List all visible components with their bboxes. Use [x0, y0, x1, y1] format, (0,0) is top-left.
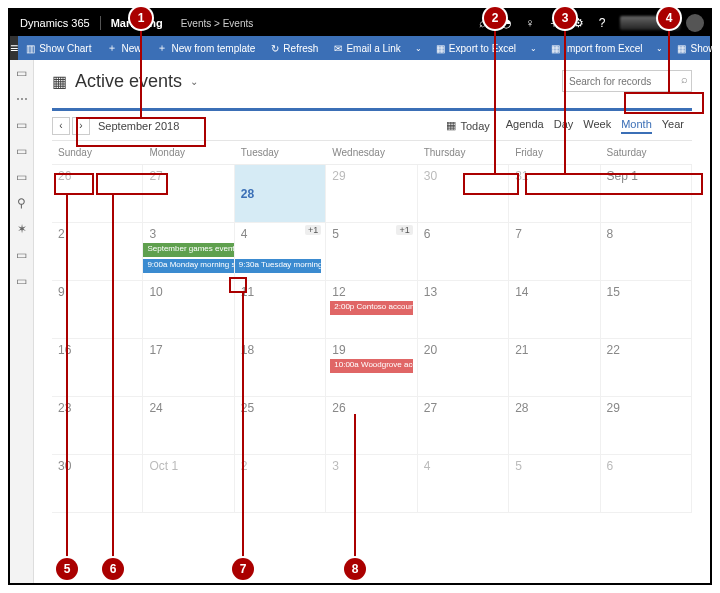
- rail-item-icon[interactable]: ▭: [16, 144, 27, 158]
- sitemap-toggle[interactable]: ≡: [10, 36, 18, 60]
- crumb-leaf[interactable]: Events: [223, 18, 254, 29]
- day-cell[interactable]: 14: [509, 281, 600, 339]
- rail-item-icon[interactable]: ▭: [16, 248, 27, 262]
- show-chart-button[interactable]: ▥Show Chart: [18, 36, 99, 60]
- calendar-icon: ▦: [52, 72, 67, 91]
- more-indicator[interactable]: +1: [396, 225, 412, 235]
- day-cell[interactable]: 31: [509, 165, 600, 223]
- avatar[interactable]: [686, 14, 704, 32]
- day-cell[interactable]: 10: [143, 281, 234, 339]
- chevron-down-icon[interactable]: ⌄: [650, 44, 669, 53]
- day-cell[interactable]: 6: [418, 223, 509, 281]
- prev-button[interactable]: ‹: [52, 117, 70, 135]
- help-icon[interactable]: ?: [590, 16, 614, 30]
- day-cell[interactable]: 21: [509, 339, 600, 397]
- annotation-line: [242, 293, 244, 559]
- event-bar[interactable]: 2:00p Contoso account revi…: [330, 301, 412, 315]
- day-cell[interactable]: 28: [509, 397, 600, 455]
- day-cell[interactable]: 7: [509, 223, 600, 281]
- rail-item-icon[interactable]: ▭: [16, 274, 27, 288]
- assistant-icon[interactable]: ♀: [518, 16, 542, 30]
- rail-more-icon[interactable]: ⋯: [16, 92, 28, 106]
- view-year[interactable]: Year: [662, 118, 684, 134]
- day-cell[interactable]: 24: [143, 397, 234, 455]
- day-cell[interactable]: 29: [326, 165, 417, 223]
- calendar: ‹ › September 2018 ▦Today Agenda Day Wee…: [52, 108, 692, 513]
- dayhead-wed: Wednesday: [326, 141, 417, 164]
- rail-recent-icon[interactable]: ▭: [16, 66, 27, 80]
- current-period-label[interactable]: September 2018: [98, 120, 179, 132]
- chevron-down-icon[interactable]: ⌄: [409, 44, 428, 53]
- view-selector[interactable]: ▦ Active events ⌄: [52, 71, 198, 92]
- day-cell[interactable]: 2: [235, 455, 326, 513]
- day-cell[interactable]: 11: [235, 281, 326, 339]
- day-cell[interactable]: 12 2:00p Contoso account revi…: [326, 281, 417, 339]
- day-cell[interactable]: 4+1 9:30a Tuesday morning ses…: [235, 223, 326, 281]
- event-bar[interactable]: 9:00a Monday morning ses…: [143, 259, 234, 273]
- chevron-down-icon: ⌄: [190, 76, 198, 87]
- day-cell[interactable]: 4: [418, 455, 509, 513]
- annotation-badge: 1: [130, 7, 152, 29]
- command-bar: ≡ ▥Show Chart ＋New ＋New from template ↻R…: [10, 36, 710, 60]
- day-cell[interactable]: 3 September games event 9:00a Monday mor…: [143, 223, 234, 281]
- search-input[interactable]: [562, 70, 692, 92]
- grid-icon: ▦: [677, 43, 686, 54]
- breadcrumb[interactable]: Events > Events: [173, 18, 262, 29]
- import-excel-button[interactable]: ▦Import from Excel: [543, 36, 650, 60]
- show-as-button[interactable]: ▦Show As⌄: [669, 36, 720, 60]
- rail-item-icon[interactable]: ✶: [17, 222, 27, 236]
- event-bar[interactable]: 9:30a Tuesday morning ses…: [235, 259, 321, 273]
- day-cell[interactable]: 5+1: [326, 223, 417, 281]
- annotation-line: [668, 28, 670, 94]
- rail-item-icon[interactable]: ▭: [16, 170, 27, 184]
- crumb-sep: >: [214, 18, 220, 29]
- today-button[interactable]: ▦Today: [438, 119, 497, 132]
- email-link-button[interactable]: ✉Email a Link: [326, 36, 408, 60]
- event-bar[interactable]: 10:00a Woodgrove account …: [330, 359, 412, 373]
- calendar-toolbar: ‹ › September 2018 ▦Today Agenda Day Wee…: [52, 111, 692, 141]
- month-grid: 26 27 28 29 30 31 Sep 1 2 3 September ga…: [52, 165, 692, 513]
- day-cell[interactable]: 17: [143, 339, 234, 397]
- view-title: Active events: [75, 71, 182, 92]
- day-cell[interactable]: 27: [143, 165, 234, 223]
- product-brand[interactable]: Dynamics 365: [10, 17, 100, 29]
- day-cell[interactable]: 29: [601, 397, 692, 455]
- view-agenda[interactable]: Agenda: [506, 118, 544, 134]
- new-from-template-button[interactable]: ＋New from template: [149, 36, 263, 60]
- day-cell[interactable]: 13: [418, 281, 509, 339]
- day-cell[interactable]: 5: [509, 455, 600, 513]
- day-cell[interactable]: 6: [601, 455, 692, 513]
- view-month[interactable]: Month: [621, 118, 652, 134]
- view-switcher: Agenda Day Week Month Year: [498, 118, 692, 134]
- day-cell[interactable]: 15: [601, 281, 692, 339]
- content-area: ▦ Active events ⌄ ⌕ ‹ › September 2018 ▦…: [34, 60, 710, 583]
- chart-icon: ▥: [26, 43, 35, 54]
- day-cell-today[interactable]: 28: [235, 165, 326, 223]
- day-cell[interactable]: 22: [601, 339, 692, 397]
- day-cell[interactable]: 8: [601, 223, 692, 281]
- day-cell[interactable]: 18: [235, 339, 326, 397]
- more-indicator[interactable]: +1: [305, 225, 321, 235]
- crumb-root[interactable]: Events: [181, 18, 212, 29]
- day-cell[interactable]: Sep 1: [601, 165, 692, 223]
- day-headers: Sunday Monday Tuesday Wednesday Thursday…: [52, 141, 692, 165]
- day-cell[interactable]: Oct 1: [143, 455, 234, 513]
- day-cell[interactable]: 26: [326, 397, 417, 455]
- annotation-line: [494, 28, 496, 174]
- export-excel-button[interactable]: ▦Export to Excel: [428, 36, 524, 60]
- refresh-button[interactable]: ↻Refresh: [263, 36, 326, 60]
- plus-icon: ＋: [107, 41, 117, 55]
- next-button[interactable]: ›: [72, 117, 90, 135]
- view-week[interactable]: Week: [583, 118, 611, 134]
- day-cell[interactable]: 25: [235, 397, 326, 455]
- event-bar[interactable]: September games event: [143, 243, 234, 257]
- day-cell[interactable]: 3: [326, 455, 417, 513]
- day-cell[interactable]: 27: [418, 397, 509, 455]
- rail-item-icon[interactable]: ⚲: [17, 196, 26, 210]
- chevron-down-icon[interactable]: ⌄: [524, 44, 543, 53]
- search-icon[interactable]: ⌕: [681, 73, 688, 85]
- mail-icon: ✉: [334, 43, 342, 54]
- day-cell[interactable]: 20: [418, 339, 509, 397]
- day-cell[interactable]: 19 10:00a Woodgrove account …: [326, 339, 417, 397]
- rail-item-icon[interactable]: ▭: [16, 118, 27, 132]
